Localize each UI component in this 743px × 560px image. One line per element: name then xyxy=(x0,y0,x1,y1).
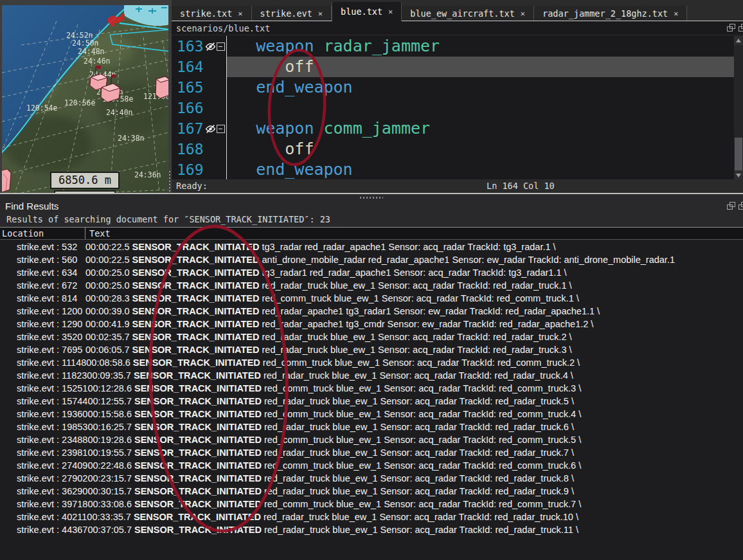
float-panel-icon[interactable] xyxy=(727,24,735,32)
result-text: 00:19:55.7 SENSOR_TRACK_INITIATED red_ra… xyxy=(87,446,743,459)
gutter[interactable]: 164 xyxy=(172,57,227,77)
result-row[interactable]: strike.evt : 1985300:16:25.7 SENSOR_TRAC… xyxy=(0,420,743,433)
dock-panel-icon[interactable] xyxy=(739,24,743,32)
code-line-167[interactable]: 167− weapon comm_jammer xyxy=(172,118,734,139)
result-row[interactable]: strike.evt : 81400:00:28.3 SENSOR_TRACK_… xyxy=(0,292,743,305)
code-text[interactable]: end_weapon xyxy=(227,159,734,179)
match-highlight: SENSOR_TRACK_INITIATED xyxy=(134,370,261,381)
map-entity-southwest[interactable] xyxy=(2,169,11,192)
result-text: 00:00:28.3 SENSOR_TRACK_INITIATED red_co… xyxy=(85,292,743,305)
code-line-168[interactable]: 168 off xyxy=(172,139,734,159)
results-table-header: Location Text xyxy=(0,227,743,240)
map-grid-label: 24:46n xyxy=(84,57,111,66)
result-row[interactable]: strike.evt : 1114800:08:58.6 SENSOR_TRAC… xyxy=(0,356,743,369)
result-row[interactable]: strike.evt : 129000:00:41.9 SENSOR_TRACK… xyxy=(0,318,743,330)
tab-radar-jammer-2-18ghz-txt[interactable]: radar_jammer_2_18ghz.txt ✕ xyxy=(534,6,687,21)
code-editor[interactable]: 163− weapon radar_jammer164 off165 end_w… xyxy=(172,36,734,179)
result-location: strike.evt : 15744 xyxy=(0,395,87,408)
close-icon[interactable]: ✕ xyxy=(318,9,323,18)
map-view[interactable]: 24:52n24:50n24:48n24:46n24:44n24:42n24:4… xyxy=(2,5,168,193)
line-number: 164 xyxy=(177,59,204,75)
close-icon[interactable]: ✕ xyxy=(521,9,525,18)
code-text[interactable]: off xyxy=(227,57,734,77)
code-text[interactable]: off xyxy=(227,139,734,159)
result-row[interactable]: strike.evt : 769500:06:05.7 SENSOR_TRACK… xyxy=(0,343,743,356)
match-highlight: SENSOR_TRACK_INITIATED xyxy=(134,512,261,522)
code-line-165[interactable]: 165 end_weapon xyxy=(172,77,734,98)
line-number: 163 xyxy=(177,38,204,55)
result-row[interactable]: strike.evt : 53200:00:22.5 SENSOR_TRACK_… xyxy=(0,240,743,253)
gutter[interactable]: 169 xyxy=(172,159,227,179)
tab-strike-evt[interactable]: strike.evt ✕ xyxy=(252,6,332,21)
close-icon[interactable]: ✕ xyxy=(388,7,393,16)
code-text[interactable]: weapon radar_jammer xyxy=(227,36,734,57)
match-highlight: SENSOR_TRACK_INITIATED xyxy=(134,435,262,445)
result-location: strike.evt : 27902 xyxy=(0,472,87,485)
result-row[interactable]: strike.evt : 2790200:23:15.7 SENSOR_TRAC… xyxy=(0,472,743,485)
code-line-163[interactable]: 163− weapon radar_jammer xyxy=(172,36,734,57)
code-line-166[interactable]: 166 xyxy=(172,98,734,118)
eye-off-icon[interactable] xyxy=(205,123,216,134)
gutter[interactable]: 166 xyxy=(172,98,227,118)
scroll-down-icon[interactable] xyxy=(734,170,743,179)
result-row[interactable]: strike.evt : 67200:00:25.0 SENSOR_TRACK_… xyxy=(0,279,743,292)
close-icon[interactable]: ✕ xyxy=(674,9,678,18)
code-text[interactable]: end_weapon xyxy=(227,77,734,98)
gutter[interactable]: 163− xyxy=(172,36,227,57)
close-icon[interactable]: ✕ xyxy=(238,9,242,18)
result-text: 00:16:25.7 SENSOR_TRACK_INITIATED red_ra… xyxy=(87,420,743,433)
breadcrumb[interactable]: scenarios/blue.txt xyxy=(176,23,270,33)
map-grid-label: 24:50n xyxy=(72,39,99,48)
result-row[interactable]: strike.evt : 2348800:19:28.6 SENSOR_TRAC… xyxy=(0,433,743,446)
result-text: 00:15:58.6 SENSOR_TRACK_INITIATED red_co… xyxy=(87,408,743,420)
result-row[interactable]: strike.evt : 4436700:37:05.7 SENSOR_TRAC… xyxy=(0,523,743,536)
code-text[interactable] xyxy=(227,98,734,118)
dock-panel-icon[interactable] xyxy=(739,202,743,210)
result-text: 00:08:58.6 SENSOR_TRACK_INITIATED red_co… xyxy=(86,356,743,369)
gutter[interactable]: 168 xyxy=(172,139,227,159)
float-panel-icon[interactable] xyxy=(727,202,735,210)
result-row[interactable]: strike.evt : 1574400:12:55.7 SENSOR_TRAC… xyxy=(0,395,743,408)
tab-strike-txt[interactable]: strike.txt ✕ xyxy=(172,6,252,21)
map-entity-east[interactable] xyxy=(156,77,168,98)
tab-label: blue_ew_aircraft.txt xyxy=(410,8,515,19)
code-line-164[interactable]: 164 off xyxy=(172,57,734,77)
code-token: comm_jammer xyxy=(324,119,431,138)
tab-blue-ew-aircraft-txt[interactable]: blue_ew_aircraft.txt ✕ xyxy=(402,6,534,21)
code-line-169[interactable]: 169 end_weapon xyxy=(172,159,734,179)
result-row[interactable]: strike.evt : 3971800:33:08.6 SENSOR_TRAC… xyxy=(0,498,743,510)
result-row[interactable]: strike.evt : 2398100:19:55.7 SENSOR_TRAC… xyxy=(0,446,743,459)
editor-scrollbar[interactable] xyxy=(734,36,743,179)
code-text[interactable]: weapon comm_jammer xyxy=(227,118,734,139)
fold-collapse-icon[interactable]: − xyxy=(217,42,225,51)
map-scale-indicator: 6850.6 m xyxy=(50,172,120,189)
result-row[interactable]: strike.evt : 1525100:12:28.6 SENSOR_TRAC… xyxy=(0,382,743,395)
editor-pane-controls xyxy=(727,24,743,33)
result-text: 00:30:15.7 SENSOR_TRACK_INITIATED red_ra… xyxy=(87,485,743,498)
gutter[interactable]: 167− xyxy=(172,118,227,139)
result-location: strike.evt : 39718 xyxy=(0,498,87,510)
gutter[interactable]: 165 xyxy=(172,77,227,98)
result-row[interactable]: strike.evt : 63400:00:25.0 SENSOR_TRACK_… xyxy=(0,266,743,279)
eye-off-icon[interactable] xyxy=(205,41,216,52)
column-header-location[interactable]: Location xyxy=(0,228,85,239)
map-grid-label: 120:56e xyxy=(64,98,96,107)
panel-title: Find Results xyxy=(5,201,58,212)
match-highlight: SENSOR_TRACK_INITIATED xyxy=(134,499,262,509)
result-row[interactable]: strike.evt : 3629000:30:15.7 SENSOR_TRAC… xyxy=(0,485,743,498)
splitter-grip-icon[interactable] xyxy=(360,197,383,199)
column-header-text[interactable]: Text xyxy=(85,228,111,239)
scrollbar-thumb[interactable] xyxy=(735,138,742,171)
tab-blue-txt[interactable]: blue.txt ✕ xyxy=(332,2,402,21)
result-row[interactable]: strike.evt : 352000:02:35.7 SENSOR_TRACK… xyxy=(0,330,743,343)
result-row[interactable]: strike.evt : 120000:00:39.0 SENSOR_TRACK… xyxy=(0,305,743,318)
result-row[interactable]: strike.evt : 4021100:33:35.7 SENSOR_TRAC… xyxy=(0,510,743,523)
result-row[interactable]: strike.evt : 1936000:15:58.6 SENSOR_TRAC… xyxy=(0,408,743,420)
scroll-up-icon[interactable] xyxy=(734,36,743,45)
result-row[interactable]: strike.evt : 56000:00:22.5 SENSOR_TRACK_… xyxy=(0,253,743,266)
match-highlight: SENSOR_TRACK_INITIATED xyxy=(132,345,260,355)
fold-collapse-icon[interactable]: − xyxy=(217,125,225,133)
search-summary: Results of searching document for ″SENSO… xyxy=(6,214,330,224)
result-row[interactable]: strike.evt : 2740900:22:48.6 SENSOR_TRAC… xyxy=(0,459,743,472)
result-row[interactable]: strike.evt : 1182300:09:35.7 SENSOR_TRAC… xyxy=(0,369,743,382)
